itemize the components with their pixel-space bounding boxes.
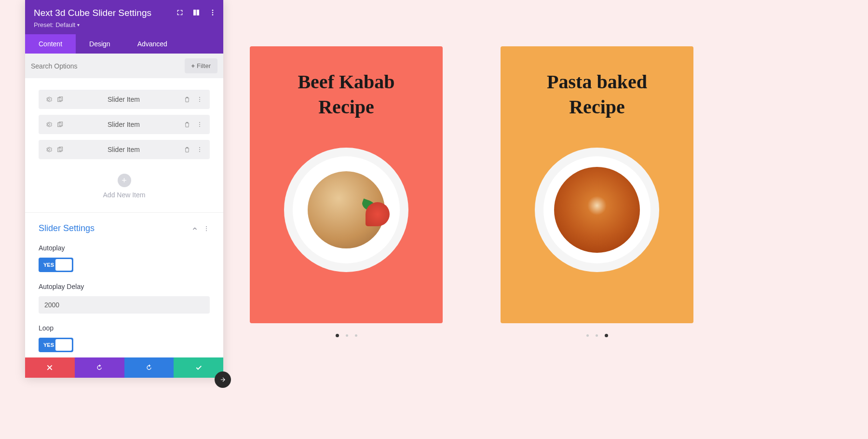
add-item-button[interactable]: +	[118, 174, 131, 187]
svg-point-6	[199, 99, 200, 100]
gear-icon[interactable]	[45, 121, 52, 128]
svg-point-15	[199, 147, 200, 148]
svg-point-2	[212, 14, 214, 15]
autoplay-label: Autoplay	[39, 244, 210, 252]
card-title: Beef Kabab Recipe	[250, 69, 443, 120]
duplicate-icon[interactable]	[57, 121, 64, 128]
close-icon	[46, 364, 54, 371]
more-vertical-icon[interactable]	[196, 121, 203, 128]
loop-toggle[interactable]: YES	[39, 338, 73, 352]
autoplay-setting: Autoplay YES	[39, 244, 210, 272]
search-row: Filter	[25, 54, 223, 78]
page-dot[interactable]	[346, 334, 348, 337]
slider-settings-section: Slider Settings Autoplay YES Autoplay De…	[25, 213, 223, 357]
svg-rect-8	[58, 123, 61, 127]
svg-point-17	[199, 151, 200, 152]
svg-rect-9	[59, 122, 63, 126]
slide-card-1: Beef Kabab Recipe	[250, 46, 443, 323]
autoplay-delay-input[interactable]	[39, 296, 210, 314]
svg-point-0	[212, 10, 214, 11]
tabs: Content Design Advanced	[25, 34, 223, 54]
settings-panel: Next 3d Cube Slider Settings Preset: Def…	[25, 0, 223, 378]
preset-selector[interactable]: Preset: Default	[34, 21, 215, 28]
more-vertical-icon[interactable]	[196, 96, 203, 103]
tab-content[interactable]: Content	[25, 34, 76, 54]
page-dot-active[interactable]	[336, 334, 339, 337]
svg-rect-4	[59, 97, 63, 101]
loop-setting: Loop YES	[39, 324, 210, 352]
check-icon	[195, 364, 203, 371]
undo-button[interactable]	[75, 357, 124, 378]
redo-icon	[145, 364, 153, 371]
search-input[interactable]	[31, 62, 185, 70]
page-dot[interactable]	[586, 334, 589, 337]
page-dot[interactable]	[596, 334, 598, 337]
slider-item-row[interactable]: Slider Item	[39, 140, 210, 159]
card-title: Pasta baked Recipe	[501, 69, 693, 120]
redo-button[interactable]	[124, 357, 174, 378]
section-header[interactable]: Slider Settings	[39, 223, 210, 233]
more-vertical-icon[interactable]	[196, 146, 203, 153]
gear-icon[interactable]	[45, 96, 52, 103]
expand-icon[interactable]	[176, 9, 184, 16]
resize-handle[interactable]	[215, 371, 231, 388]
svg-rect-14	[59, 147, 63, 151]
autoplay-delay-label: Autoplay Delay	[39, 283, 210, 290]
more-vertical-icon[interactable]	[203, 225, 210, 232]
plate-image	[284, 148, 408, 272]
svg-point-7	[199, 101, 200, 102]
autoplay-delay-setting: Autoplay Delay	[39, 283, 210, 314]
content-area: Slider Item Slider Item	[25, 78, 223, 357]
autoplay-toggle[interactable]: YES	[39, 258, 73, 272]
svg-point-19	[206, 228, 207, 229]
undo-icon	[95, 364, 103, 371]
toggle-knob	[55, 339, 72, 351]
svg-rect-3	[58, 98, 61, 102]
svg-point-18	[206, 226, 207, 227]
trash-icon[interactable]	[184, 146, 190, 153]
slide-card-2: Pasta baked Recipe	[501, 46, 693, 323]
gear-icon[interactable]	[45, 146, 52, 153]
svg-point-11	[199, 124, 200, 125]
tab-advanced[interactable]: Advanced	[124, 34, 181, 54]
panel-footer	[25, 357, 223, 378]
add-item-section: + Add New Item	[39, 165, 210, 212]
chevron-up-icon[interactable]	[191, 225, 198, 232]
toggle-knob	[55, 259, 72, 271]
pagination-2	[501, 334, 693, 337]
svg-point-12	[199, 126, 200, 127]
preview-area: Beef Kabab Recipe Pasta baked Recipe	[250, 46, 815, 337]
panel-header: Next 3d Cube Slider Settings Preset: Def…	[25, 0, 223, 34]
item-label: Slider Item	[64, 96, 184, 103]
pagination-1	[250, 334, 443, 337]
loop-label: Loop	[39, 324, 210, 332]
svg-rect-13	[58, 148, 61, 152]
svg-point-20	[206, 230, 207, 231]
slider-item-row[interactable]: Slider Item	[39, 90, 210, 109]
more-vertical-icon[interactable]	[209, 9, 217, 16]
svg-point-10	[199, 122, 200, 123]
trash-icon[interactable]	[184, 121, 190, 128]
slider-item-row[interactable]: Slider Item	[39, 115, 210, 134]
page-dot[interactable]	[355, 334, 357, 337]
duplicate-icon[interactable]	[57, 146, 64, 153]
svg-point-5	[199, 97, 200, 98]
item-label: Slider Item	[64, 121, 184, 128]
items-section: Slider Item Slider Item	[25, 78, 223, 212]
duplicate-icon[interactable]	[57, 96, 64, 103]
svg-point-16	[199, 149, 200, 150]
plate-image	[535, 148, 659, 272]
section-title: Slider Settings	[39, 223, 95, 233]
cancel-button[interactable]	[25, 357, 75, 378]
svg-point-1	[212, 12, 214, 14]
filter-button[interactable]: Filter	[185, 58, 217, 73]
item-label: Slider Item	[64, 146, 184, 153]
trash-icon[interactable]	[184, 96, 190, 103]
page-dot-active[interactable]	[605, 334, 608, 337]
tab-design[interactable]: Design	[76, 34, 124, 54]
add-item-label: Add New Item	[39, 191, 210, 199]
columns-icon[interactable]	[192, 9, 200, 16]
